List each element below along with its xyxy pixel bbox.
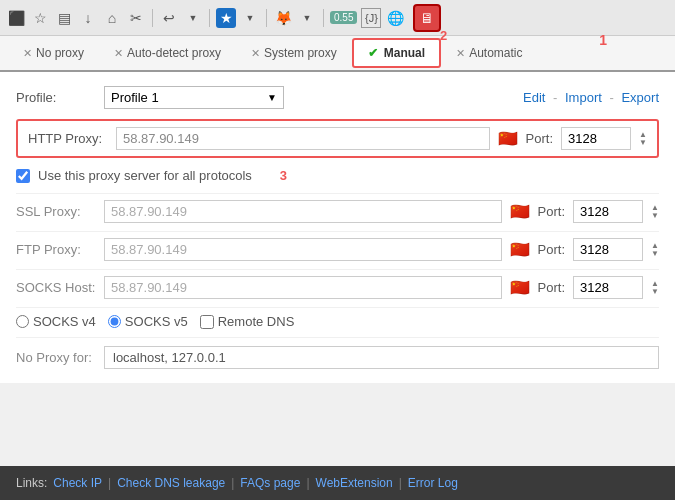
- socks-version-row: SOCKS v4 SOCKS v5 Remote DNS: [16, 307, 659, 329]
- ssl-proxy-label: SSL Proxy:: [16, 204, 96, 219]
- socks-host-input[interactable]: [104, 276, 502, 299]
- undo-icon[interactable]: ↩: [159, 8, 179, 28]
- profile-label: Profile:: [16, 90, 96, 105]
- fox-dropdown[interactable]: ▼: [297, 8, 317, 28]
- toolbar: ⬛ ☆ ▤ ↓ ⌂ ✂ ↩ ▼ ★ ▼ 🦊 ▼ 0.55 {J} 🌐 🖥: [0, 0, 675, 36]
- remote-dns-checkbox[interactable]: [200, 315, 214, 329]
- tab-system-proxy[interactable]: ✕ System proxy: [236, 39, 352, 67]
- socks-v4-label: SOCKS v4: [33, 314, 96, 329]
- port-label-socks: Port:: [538, 280, 565, 295]
- tab-no-proxy[interactable]: ✕ No proxy: [8, 39, 99, 67]
- toolbar-separator-4: [323, 9, 324, 27]
- cn-flag-ssl: 🇨🇳: [510, 202, 530, 221]
- close-no-proxy[interactable]: ✕: [23, 47, 32, 60]
- score-group: 0.55: [330, 11, 357, 24]
- socks-port-spinner[interactable]: ▲▼: [651, 280, 659, 296]
- use-all-checkbox[interactable]: [16, 169, 30, 183]
- checkmark-icon: ✔: [368, 46, 378, 60]
- annotation-2: 2: [440, 28, 447, 43]
- socks-host-row: SOCKS Host: 🇨🇳 Port: ▲▼: [16, 269, 659, 301]
- ssl-port-input[interactable]: [573, 200, 643, 223]
- bookmark-icon[interactable]: ☆: [30, 8, 50, 28]
- http-proxy-input[interactable]: [116, 127, 490, 150]
- download-icon[interactable]: ↓: [78, 8, 98, 28]
- tab-system-proxy-label: System proxy: [264, 46, 337, 60]
- cn-flag-ftp: 🇨🇳: [510, 240, 530, 259]
- export-link[interactable]: Export: [621, 90, 659, 105]
- socks-v5-label: SOCKS v5: [125, 314, 188, 329]
- port-label-ssl: Port:: [538, 204, 565, 219]
- page-icon[interactable]: ▤: [54, 8, 74, 28]
- back-button[interactable]: ⬛: [6, 8, 26, 28]
- crop-icon[interactable]: ✂: [126, 8, 146, 28]
- undo-dropdown[interactable]: ▼: [183, 8, 203, 28]
- footer-dns-leakage[interactable]: Check DNS leakage: [117, 476, 225, 490]
- star-icon[interactable]: ★: [216, 8, 236, 28]
- use-all-label: Use this proxy server for all protocols: [38, 168, 252, 183]
- ftp-port-spinner[interactable]: ▲▼: [651, 242, 659, 258]
- foxyproxy-button[interactable]: 🖥: [413, 4, 441, 32]
- edit-link[interactable]: Edit: [523, 90, 545, 105]
- socks-v5-radio[interactable]: [108, 315, 121, 328]
- ftp-proxy-input[interactable]: [104, 238, 502, 261]
- fox-icon[interactable]: 🦊: [273, 8, 293, 28]
- annotation-3: 3: [280, 168, 287, 183]
- socks-v5-group: SOCKS v5: [108, 314, 188, 329]
- profile-select[interactable]: Profile 1 ▼: [104, 86, 284, 109]
- tab-auto-detect[interactable]: ✕ Auto-detect proxy: [99, 39, 236, 67]
- toolbar-separator-2: [209, 9, 210, 27]
- port-label-ftp: Port:: [538, 242, 565, 257]
- remote-dns-group: Remote DNS: [200, 314, 295, 329]
- ssl-port-spinner[interactable]: ▲▼: [651, 204, 659, 220]
- close-automatic[interactable]: ✕: [456, 47, 465, 60]
- toolbar-separator: [152, 9, 153, 27]
- socks-v4-group: SOCKS v4: [16, 314, 96, 329]
- tab-manual-label: Manual: [384, 46, 425, 60]
- tab-automatic-label: Automatic: [469, 46, 522, 60]
- profile-row: Profile: Profile 1 ▼ Edit - Import - Exp…: [16, 86, 659, 109]
- port-spinner[interactable]: ▲ ▼: [639, 131, 647, 147]
- json-icon[interactable]: {J}: [361, 8, 381, 28]
- import-link[interactable]: Import: [565, 90, 602, 105]
- dropdown-arrow-icon: ▼: [267, 92, 277, 103]
- ftp-port-input[interactable]: [573, 238, 643, 261]
- ssl-proxy-input[interactable]: [104, 200, 502, 223]
- socks-v4-radio[interactable]: [16, 315, 29, 328]
- http-proxy-label: HTTP Proxy:: [28, 131, 108, 146]
- monitor-icon: 🖥: [420, 10, 434, 26]
- footer-faqs[interactable]: FAQs page: [240, 476, 300, 490]
- http-port-input[interactable]: [561, 127, 631, 150]
- port-label-http: Port:: [526, 131, 553, 146]
- close-system-proxy[interactable]: ✕: [251, 47, 260, 60]
- toolbar-separator-3: [266, 9, 267, 27]
- no-proxy-row: No Proxy for:: [16, 337, 659, 369]
- http-proxy-row: HTTP Proxy: 🇨🇳 Port: ▲ ▼: [16, 119, 659, 158]
- tab-no-proxy-label: No proxy: [36, 46, 84, 60]
- use-all-protocols-row: Use this proxy server for all protocols …: [16, 168, 659, 183]
- footer-check-ip[interactable]: Check IP: [53, 476, 102, 490]
- no-proxy-label: No Proxy for:: [16, 350, 96, 365]
- proxy-tabs: 1 ✕ No proxy ✕ Auto-detect proxy ✕ Syste…: [0, 36, 675, 72]
- tab-automatic[interactable]: ✕ Automatic: [441, 39, 537, 67]
- profile-value: Profile 1: [111, 90, 159, 105]
- home-icon[interactable]: ⌂: [102, 8, 122, 28]
- annotation-1: 1: [599, 32, 607, 48]
- cn-flag-socks: 🇨🇳: [510, 278, 530, 297]
- profile-actions: Edit - Import - Export: [523, 90, 659, 105]
- tab-manual[interactable]: ✔ Manual 2: [352, 38, 441, 68]
- main-content: Profile: Profile 1 ▼ Edit - Import - Exp…: [0, 72, 675, 383]
- footer-links-prefix: Links:: [16, 476, 47, 490]
- footer-webext[interactable]: WebExtension: [316, 476, 393, 490]
- socks-host-label: SOCKS Host:: [16, 280, 96, 295]
- score-badge: 0.55: [330, 11, 357, 24]
- ftp-proxy-label: FTP Proxy:: [16, 242, 96, 257]
- footer: Links: Check IP | Check DNS leakage | FA…: [0, 466, 675, 500]
- ftp-proxy-row: FTP Proxy: 🇨🇳 Port: ▲▼: [16, 231, 659, 263]
- socks-port-input[interactable]: [573, 276, 643, 299]
- close-auto-detect[interactable]: ✕: [114, 47, 123, 60]
- no-proxy-input[interactable]: [104, 346, 659, 369]
- globe-icon[interactable]: 🌐: [385, 8, 405, 28]
- footer-error-log[interactable]: Error Log: [408, 476, 458, 490]
- star-dropdown[interactable]: ▼: [240, 8, 260, 28]
- ssl-proxy-row: SSL Proxy: 🇨🇳 Port: ▲▼: [16, 193, 659, 225]
